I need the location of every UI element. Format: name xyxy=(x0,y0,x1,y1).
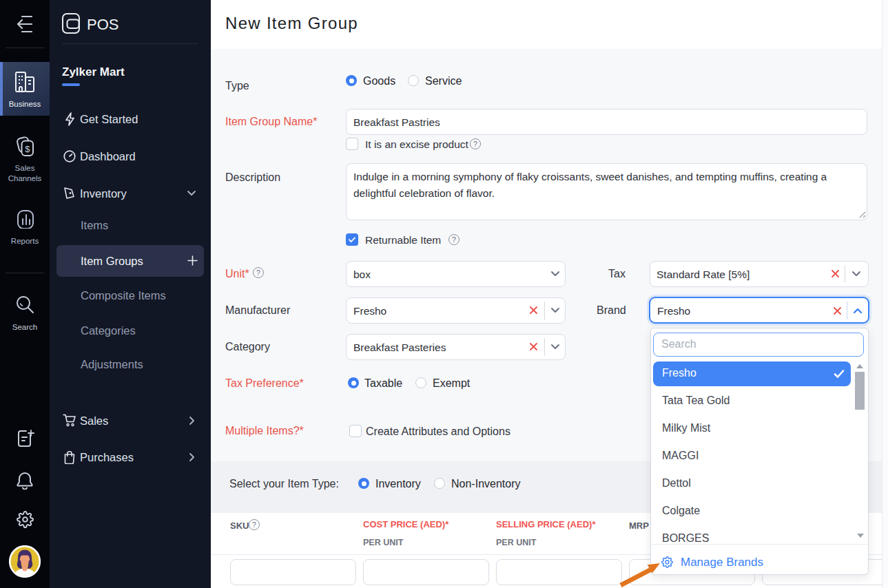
svg-text:$: $ xyxy=(25,144,30,154)
